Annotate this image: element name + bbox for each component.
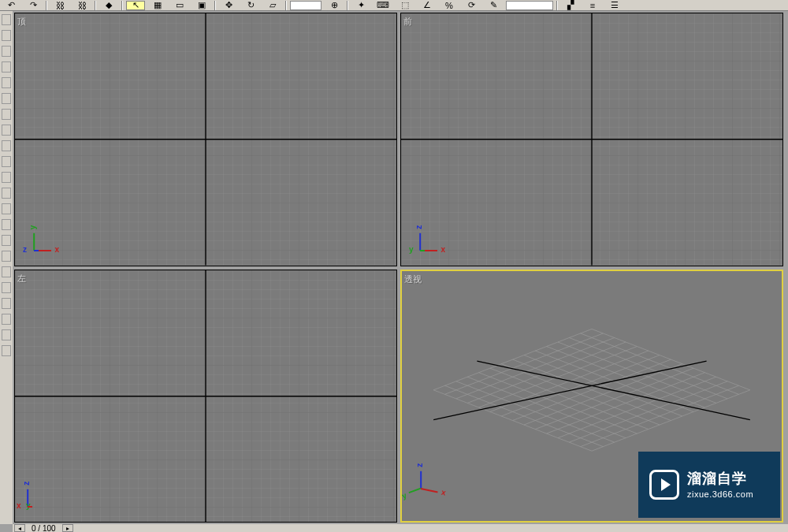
axis-gizmo-left: z y x — [20, 476, 59, 515]
separator — [95, 1, 96, 10]
side-tool-12[interactable] — [2, 188, 11, 199]
use-center-icon[interactable]: ⊕ — [325, 1, 344, 10]
side-tool-17[interactable] — [2, 266, 11, 277]
side-tool-4[interactable] — [2, 61, 11, 73]
play-icon — [649, 470, 679, 500]
side-tool-8[interactable] — [2, 125, 11, 136]
viewport-label: 左 — [17, 273, 26, 285]
align-icon[interactable]: ≡ — [583, 1, 602, 10]
separator — [285, 1, 287, 10]
link-icon[interactable]: ⛓ — [50, 1, 69, 10]
viewport-label: 前 — [403, 16, 412, 28]
side-tool-20[interactable] — [2, 314, 11, 325]
separator — [214, 1, 216, 10]
side-tool-3[interactable] — [2, 46, 11, 57]
separator — [556, 1, 558, 10]
timeline-next-button[interactable]: ▸ — [62, 524, 73, 532]
side-tool-19[interactable] — [2, 298, 11, 309]
timeline-prev-button[interactable]: ◂ — [14, 524, 25, 532]
viewport-quad: 顶 y x z 前 z x y 左 z y x — [13, 11, 785, 524]
axis-gizmo-top: y x z — [26, 220, 65, 259]
snap-icon[interactable]: ⬚ — [396, 1, 414, 10]
side-tool-22[interactable] — [2, 345, 11, 356]
viewport-label: 透视 — [404, 273, 422, 285]
side-tool-21[interactable] — [2, 329, 11, 340]
viewport-front[interactable]: 前 z x y — [400, 13, 783, 266]
side-tool-15[interactable] — [2, 235, 11, 246]
side-tool-7[interactable] — [2, 109, 11, 120]
layers-icon[interactable]: ☰ — [605, 1, 624, 10]
side-tool-5[interactable] — [2, 77, 11, 88]
viewport-left[interactable]: 左 z y x — [14, 270, 397, 523]
watermark-url: zixue.3d66.com — [687, 489, 753, 500]
spinner-snap-icon[interactable]: ⟳ — [462, 1, 481, 10]
undo-icon[interactable]: ↶ — [2, 1, 20, 10]
side-tool-18[interactable] — [2, 282, 11, 293]
select-icon[interactable]: ↖ — [126, 1, 145, 10]
ref-coord-dropdown[interactable] — [290, 1, 322, 10]
keyboard-shortcut-icon[interactable]: ⌨ — [374, 1, 392, 10]
watermark-title: 溜溜自学 — [687, 470, 753, 488]
viewport-top[interactable]: 顶 y x z — [14, 13, 397, 266]
separator — [46, 1, 47, 10]
axis-gizmo-persp: z x y — [413, 458, 452, 497]
grid-front — [401, 13, 782, 266]
edit-named-sel-icon[interactable]: ✎ — [484, 1, 503, 10]
select-region-icon[interactable]: ▭ — [170, 1, 189, 10]
side-tool-1[interactable] — [2, 14, 11, 25]
side-tool-2[interactable] — [2, 30, 11, 41]
grid-top — [15, 13, 396, 266]
separator — [121, 1, 123, 10]
bind-icon[interactable]: ◆ — [99, 1, 118, 10]
left-toolbar — [0, 11, 13, 524]
rotate-icon[interactable]: ↻ — [241, 1, 260, 10]
mirror-icon[interactable]: ▞ — [561, 1, 580, 10]
angle-snap-icon[interactable]: ∠ — [418, 1, 437, 10]
separator — [347, 1, 348, 10]
status-bar: ◂ 0 / 100 ▸ — [13, 524, 788, 532]
window-crossing-icon[interactable]: ▣ — [192, 1, 211, 10]
unlink-icon[interactable]: ⛓ — [72, 1, 91, 10]
redo-icon[interactable]: ↷ — [24, 1, 43, 10]
side-tool-14[interactable] — [2, 219, 11, 230]
grid-left — [15, 270, 396, 523]
side-tool-10[interactable] — [2, 156, 11, 167]
frame-indicator: 0 / 100 — [27, 524, 61, 533]
named-sel-dropdown[interactable] — [506, 1, 553, 10]
axis-gizmo-front: z x y — [412, 220, 452, 259]
side-tool-9[interactable] — [2, 140, 11, 151]
main-toolbar: ↶ ↷ ⛓ ⛓ ◆ ↖ ▦ ▭ ▣ ✥ ↻ ▱ ⊕ ✦ ⌨ ⬚ ∠ % ⟳ ✎ … — [0, 0, 788, 11]
side-tool-13[interactable] — [2, 203, 11, 214]
select-manip-icon[interactable]: ✦ — [351, 1, 370, 10]
percent-snap-icon[interactable]: % — [440, 1, 459, 10]
watermark: 溜溜自学 zixue.3d66.com — [638, 452, 780, 518]
viewport-label: 顶 — [17, 16, 26, 28]
move-icon[interactable]: ✥ — [219, 1, 238, 10]
side-tool-11[interactable] — [2, 172, 11, 183]
side-tool-6[interactable] — [2, 93, 11, 104]
select-name-icon[interactable]: ▦ — [148, 1, 167, 10]
scale-icon[interactable]: ▱ — [263, 1, 282, 10]
side-tool-16[interactable] — [2, 251, 11, 262]
